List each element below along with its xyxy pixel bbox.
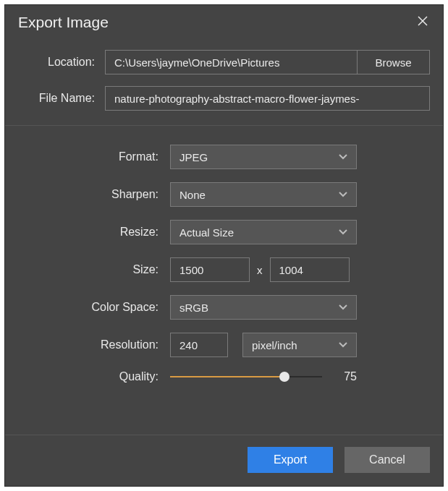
format-label: Format:	[18, 150, 170, 163]
chevron-down-icon	[337, 150, 349, 164]
filename-input[interactable]	[105, 86, 430, 111]
titlebar: Export Image	[5, 5, 443, 40]
sharpen-label: Sharpen:	[18, 188, 170, 201]
dialog-footer: Export Cancel	[5, 435, 443, 486]
quality-value: 75	[322, 370, 357, 383]
sharpen-select[interactable]: None	[170, 182, 357, 207]
slider-thumb[interactable]	[279, 372, 289, 382]
resolution-unit-select[interactable]: pixel/inch	[242, 333, 357, 357]
options-section: Format: JPEG Sharpen: None Resize: Actua…	[5, 126, 443, 396]
colorspace-value: sRGB	[179, 302, 208, 314]
location-section: Location: C:\Users\jayme\OneDrive\Pictur…	[5, 40, 443, 126]
filename-label: File Name:	[18, 92, 105, 105]
location-label: Location:	[18, 56, 105, 69]
size-label: Size:	[18, 263, 170, 276]
sharpen-value: None	[179, 189, 206, 201]
colorspace-select[interactable]: sRGB	[170, 295, 357, 320]
browse-button[interactable]: Browse	[357, 51, 429, 74]
chevron-down-icon	[337, 301, 349, 315]
format-value: JPEG	[179, 151, 208, 163]
resolution-input[interactable]	[170, 333, 228, 357]
chevron-down-icon	[337, 338, 349, 352]
size-height-input[interactable]	[270, 257, 350, 282]
resize-select[interactable]: Actual Size	[170, 220, 357, 244]
slider-fill	[170, 376, 284, 377]
size-width-input[interactable]	[170, 257, 250, 282]
resize-value: Actual Size	[179, 226, 234, 239]
quality-slider[interactable]: 75	[170, 370, 357, 383]
cancel-button[interactable]: Cancel	[345, 447, 430, 473]
chevron-down-icon	[337, 188, 349, 202]
location-field-group: C:\Users\jayme\OneDrive\Pictures Browse	[105, 50, 430, 74]
size-separator: x	[250, 264, 270, 276]
chevron-down-icon	[337, 226, 349, 239]
colorspace-label: Color Space:	[18, 301, 170, 314]
resolution-unit-value: pixel/inch	[252, 339, 297, 351]
export-button[interactable]: Export	[248, 447, 333, 473]
dialog-title: Export Image	[18, 14, 109, 31]
resize-label: Resize:	[18, 226, 170, 239]
resolution-label: Resolution:	[18, 338, 170, 351]
location-path[interactable]: C:\Users\jayme\OneDrive\Pictures	[106, 51, 357, 74]
slider-track	[170, 376, 322, 377]
export-image-dialog: Export Image Location: C:\Users\jayme\On…	[4, 4, 444, 487]
close-button[interactable]	[414, 14, 431, 31]
format-select[interactable]: JPEG	[170, 145, 357, 169]
close-icon	[418, 16, 428, 29]
quality-label: Quality:	[18, 370, 170, 383]
